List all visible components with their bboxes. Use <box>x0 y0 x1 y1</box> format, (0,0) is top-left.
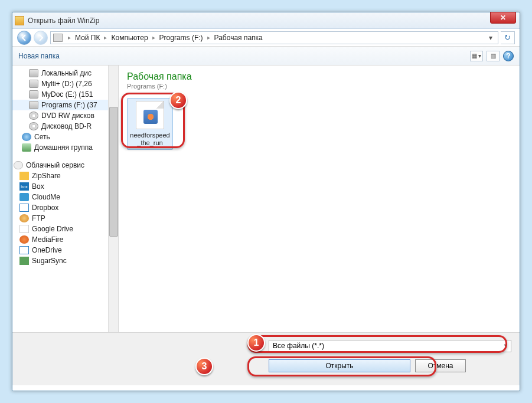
sidebar-drive[interactable]: DVD RW дисков <box>12 110 118 121</box>
back-button[interactable] <box>17 31 31 45</box>
new-folder-button[interactable]: Новая папка <box>18 52 60 60</box>
breadcrumb-item[interactable]: Мой ПК <box>74 34 101 42</box>
sidebar-cloud-item[interactable]: OneDrive <box>12 245 118 255</box>
homegroup-icon <box>22 143 31 152</box>
drive-icon <box>29 101 38 109</box>
sidebar-cloud-item[interactable]: MediaFire <box>12 234 118 245</box>
sidebar-network[interactable]: Сеть <box>12 132 118 142</box>
sidebar-cloud-item[interactable]: Dropbox <box>12 202 118 213</box>
sidebar-drive[interactable]: Локальный дис <box>12 68 118 78</box>
open-file-dialog: Открыть файл WinZip ✕ ▸ Мой ПК ▸ Компьют… <box>12 12 520 391</box>
sugarsync-icon <box>19 257 29 265</box>
chevron-right-icon: ▸ <box>149 34 158 41</box>
folder-subtitle: Programs (F:) <box>127 83 511 90</box>
sidebar-cloud-item[interactable]: CloudMe <box>12 192 118 202</box>
sidebar-cloud-item[interactable]: FTP <box>12 213 118 224</box>
sidebar-cloud-item[interactable]: Google Drive <box>12 224 118 234</box>
titlebar[interactable]: Открыть файл WinZip ✕ <box>12 12 520 29</box>
cancel-button[interactable]: Отмена <box>415 359 466 372</box>
file-name: needforspeed_the_run <box>129 132 171 147</box>
close-icon: ✕ <box>500 14 506 22</box>
mediafire-icon <box>19 235 29 244</box>
window-title: Открыть файл WinZip <box>28 17 517 25</box>
network-icon <box>22 133 31 141</box>
cloud-icon <box>14 161 23 169</box>
box-icon: box <box>19 182 29 191</box>
toolbar: Новая папка ▦ ▾ ▥ ? <box>12 47 520 65</box>
zipshare-icon <box>19 172 29 180</box>
onedrive-icon <box>19 246 29 254</box>
annotation-badge-3: 3 <box>195 358 213 375</box>
sidebar: Локальный дис Mylti+ (D:) (7,26 MyDoc (E… <box>12 65 119 332</box>
chevron-right-icon: ▸ <box>204 34 213 41</box>
computer-icon <box>53 34 63 42</box>
filetype-value: Все файлы (*.*) <box>273 342 324 350</box>
drive-icon <box>29 80 38 88</box>
breadcrumb-item[interactable]: Programs (F:) <box>158 34 204 42</box>
breadcrumb-item[interactable]: Компьютер <box>110 34 149 42</box>
sidebar-drive[interactable]: Mylti+ (D:) (7,26 <box>12 78 118 89</box>
breadcrumb-bar[interactable]: ▸ Мой ПК ▸ Компьютер ▸ Programs (F:) ▸ Р… <box>50 31 498 44</box>
sidebar-scrollbar[interactable] <box>108 65 118 332</box>
sidebar-drive[interactable]: MyDoc (E:) (151 <box>12 89 118 100</box>
sidebar-cloud-item[interactable]: boxBox <box>12 181 118 192</box>
dropbox-icon <box>19 204 29 212</box>
chevron-right-icon: ▸ <box>65 34 74 41</box>
file-thumbnail <box>136 101 164 129</box>
sidebar-drive[interactable]: Дисковод BD-R <box>12 121 118 132</box>
annotation-badge-2: 2 <box>169 91 187 109</box>
sidebar-cloud-item[interactable]: SugarSync <box>12 255 118 266</box>
disc-icon <box>29 112 38 120</box>
refresh-button[interactable]: ↻ <box>501 31 515 44</box>
open-button[interactable]: Открыть <box>269 359 410 372</box>
filetype-dropdown[interactable]: Все файлы (*.*) ▼ <box>269 340 511 352</box>
drive-icon <box>29 90 38 99</box>
nav-bar: ▸ Мой ПК ▸ Компьютер ▸ Programs (F:) ▸ Р… <box>12 29 520 47</box>
sidebar-cloud-item[interactable]: ZipShare <box>12 171 118 181</box>
sidebar-cloud-header[interactable]: Облачный сервис <box>12 160 118 171</box>
sidebar-homegroup[interactable]: Домашняя группа <box>12 142 118 153</box>
annotation-badge-1: 1 <box>247 334 265 352</box>
dialog-footer: Все файлы (*.*) ▼ Открыть Отмена 1 3 <box>12 332 520 385</box>
breadcrumb-dropdown-icon[interactable]: ▾ <box>486 34 495 42</box>
googledrive-icon <box>19 225 29 233</box>
ftp-icon <box>19 214 29 222</box>
app-icon <box>15 16 24 25</box>
dropdown-arrow-icon: ▼ <box>503 343 508 349</box>
file-area[interactable]: Рабочая папка Programs (F:) needforspeed… <box>119 65 520 332</box>
chevron-right-icon: ▸ <box>101 34 110 41</box>
help-button[interactable]: ? <box>503 51 514 61</box>
breadcrumb-item[interactable]: Рабочая папка <box>213 34 264 42</box>
folder-heading: Рабочая папка <box>127 71 511 82</box>
view-tiles-button[interactable]: ▦ ▾ <box>470 51 483 61</box>
java-icon <box>143 110 158 124</box>
preview-pane-button[interactable]: ▥ <box>487 51 500 61</box>
sidebar-drive[interactable]: Programs (F:) (37 <box>12 100 118 110</box>
cloudme-icon <box>19 193 29 201</box>
forward-button[interactable] <box>34 31 48 45</box>
scroll-thumb[interactable] <box>109 107 118 237</box>
drive-icon <box>29 69 38 77</box>
disc-icon <box>29 122 38 130</box>
file-item[interactable]: needforspeed_the_run <box>127 98 173 150</box>
close-button[interactable]: ✕ <box>490 12 516 24</box>
